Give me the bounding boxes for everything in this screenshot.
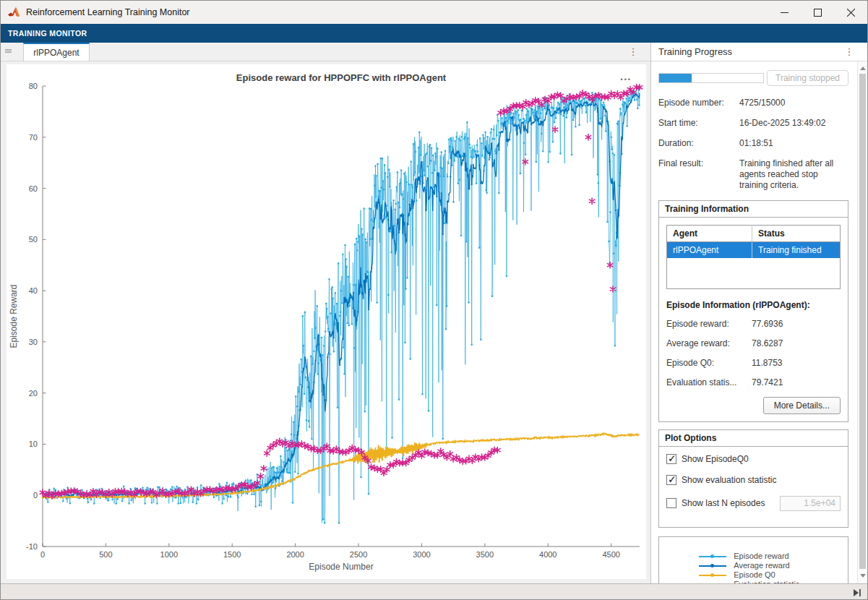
svg-text:Episode Reward: Episode Reward <box>9 284 19 348</box>
plot-options-box: Plot Options Show EpisodeQ0 Show evaluat… <box>658 429 848 528</box>
svg-text:4500: 4500 <box>602 550 619 559</box>
right-panel-header: Training Progress <box>651 43 867 61</box>
right-panel-title: Training Progress <box>658 46 732 57</box>
option-show-evaluation-statistic: Show evaluation statistic <box>666 475 841 485</box>
training-progress-panel: Training Progress Training stopped Episo… <box>651 43 867 583</box>
field-final-result: Final result: Training finished after al… <box>658 158 848 191</box>
training-information-title: Training Information <box>659 201 848 218</box>
svg-text:0: 0 <box>40 550 45 559</box>
svg-text:-10: -10 <box>26 542 38 551</box>
svg-text:80: 80 <box>29 82 38 90</box>
svg-text:3000: 3000 <box>413 550 430 559</box>
axes-toolbar-more-icon[interactable] <box>618 70 635 86</box>
close-icon <box>847 9 855 17</box>
field-evaluation-statistic: Evaluation statis... 79.7421 <box>666 377 841 387</box>
tab-rlppoagent[interactable]: rlPPOAgent <box>23 43 90 61</box>
column-status: Status <box>752 226 841 242</box>
training-progress-fill <box>659 74 692 82</box>
training-information-box: Training Information Agent Status rlPPOA… <box>658 200 848 422</box>
tab-label: rlPPOAgent <box>33 48 79 58</box>
more-details-button[interactable]: More Details... <box>763 397 841 414</box>
svg-text:60: 60 <box>29 184 38 193</box>
training-progress-bar <box>658 73 764 83</box>
legend-entry-episode-q0: Episode Q0 <box>692 570 815 580</box>
n-episodes-input[interactable] <box>780 496 841 511</box>
svg-text:3500: 3500 <box>476 550 494 559</box>
plot-options-title: Plot Options <box>659 430 848 447</box>
svg-text:2500: 2500 <box>350 550 367 559</box>
svg-text:1500: 1500 <box>223 550 241 559</box>
svg-text:70: 70 <box>29 133 38 142</box>
svg-text:Episode Number: Episode Number <box>309 562 373 572</box>
legend-box: Episode reward Average reward Episode Q0… <box>658 536 848 584</box>
right-panel-scrollbar[interactable] <box>857 61 867 583</box>
field-start-time: Start time: 16-Dec-2025 13:49:02 <box>658 118 848 129</box>
matlab-logo-icon <box>7 6 20 19</box>
svg-text:Episode reward for HPPOPFC wit: Episode reward for HPPOPFC with rlPPOAge… <box>236 72 447 83</box>
episode-q0-line-marker <box>699 575 726 576</box>
svg-text:0: 0 <box>33 491 38 500</box>
legend-entry-evaluation-statistic: ∗ Evaluation statistic (MeanEpisodeRewar… <box>692 580 815 583</box>
svg-text:10: 10 <box>29 440 38 448</box>
svg-text:50: 50 <box>29 235 38 244</box>
svg-text:4000: 4000 <box>539 550 557 559</box>
maximize-icon <box>814 9 822 17</box>
close-button[interactable] <box>834 1 867 24</box>
tabstrip-menu-icon[interactable] <box>627 45 639 59</box>
training-stopped-button[interactable]: Training stopped <box>767 70 848 86</box>
field-episode-q0: Episode Q0: 11.8753 <box>666 358 841 368</box>
title-bar: Reinforcement Learning Training Monitor <box>1 1 867 24</box>
legend-entry-average-reward: Average reward <box>692 561 815 570</box>
episode-information-title: Episode Information (rlPPOAgent): <box>666 300 841 310</box>
episode-reward-line-marker <box>699 556 726 557</box>
option-show-episodeq0: Show EpisodeQ0 <box>666 454 841 464</box>
field-episode-number: Episode number: 4725/15000 <box>658 98 848 108</box>
app-window: Reinforcement Learning Training Monitor … <box>0 0 868 600</box>
reward-figure: 050010001500200025003000350040004500-100… <box>7 64 646 579</box>
status-bar <box>1 583 867 600</box>
toolstrip: TRAINING MONITOR <box>1 24 867 43</box>
svg-text:30: 30 <box>29 338 38 346</box>
show-last-n-episodes-checkbox[interactable] <box>666 498 676 508</box>
field-average-reward: Average reward: 78.6287 <box>666 338 841 348</box>
field-episode-reward: Episode reward: 77.6936 <box>666 319 841 329</box>
show-evaluation-statistic-checkbox[interactable] <box>666 475 676 485</box>
table-empty-area <box>667 258 841 288</box>
field-duration: Duration: 01:18:51 <box>658 138 848 149</box>
show-episodeq0-checkbox[interactable] <box>666 454 676 464</box>
figure-panel: rlPPOAgent 05001000150020002500300035004… <box>1 43 651 583</box>
scroll-down-icon[interactable] <box>858 570 868 580</box>
svg-text:500: 500 <box>99 550 112 559</box>
minimize-icon <box>781 9 788 17</box>
minimize-button[interactable] <box>768 1 801 24</box>
scroll-up-icon[interactable] <box>858 63 868 73</box>
table-row-rlppoagent[interactable]: rlPPOAgent Training finished <box>667 242 841 259</box>
svg-text:40: 40 <box>29 286 38 295</box>
option-show-last-n-episodes: Show last N episodes <box>666 496 841 511</box>
maximize-button[interactable] <box>801 1 834 24</box>
figure-area: 050010001500200025003000350040004500-100… <box>1 61 650 583</box>
reward-chart: 050010001500200025003000350040004500-100… <box>7 64 646 579</box>
skip-to-end-icon[interactable] <box>853 588 861 597</box>
agent-status-table: Agent Status rlPPOAgent Training finishe… <box>666 225 841 289</box>
svg-text:1000: 1000 <box>160 550 178 559</box>
document-tabstrip: rlPPOAgent <box>1 43 650 61</box>
toolstrip-tab-training-monitor[interactable]: TRAINING MONITOR <box>1 29 94 38</box>
column-agent: Agent <box>667 226 752 242</box>
svg-text:20: 20 <box>29 389 38 398</box>
legend-entry-episode-reward: Episode reward <box>692 552 815 561</box>
svg-text:2000: 2000 <box>286 550 304 559</box>
average-reward-line-marker <box>699 565 726 567</box>
tab-drag-handle-icon[interactable] <box>1 42 15 61</box>
window-title: Reinforcement Learning Training Monitor <box>26 7 190 17</box>
right-panel-menu-icon[interactable] <box>844 45 854 59</box>
scrollbar-thumb[interactable] <box>859 74 866 569</box>
